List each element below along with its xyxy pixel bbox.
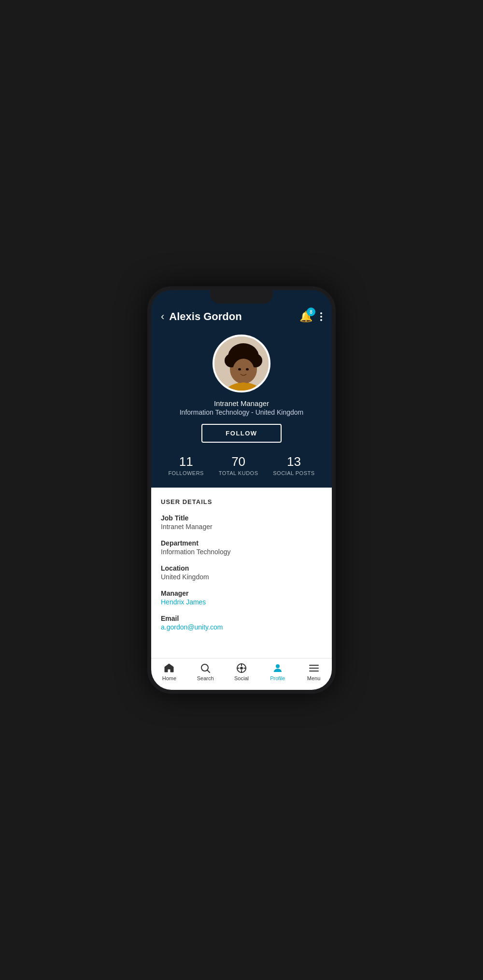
detail-label-department: Department xyxy=(161,539,322,547)
details-section-title: USER DETAILS xyxy=(161,498,322,505)
search-icon xyxy=(199,662,211,674)
more-dot-3 xyxy=(320,319,322,321)
stat-followers: 11 FOLLOWERS xyxy=(168,454,204,476)
detail-label-manager: Manager xyxy=(161,589,322,597)
nav-label-menu: Menu xyxy=(307,675,321,681)
profile-job-title: Intranet Manager xyxy=(214,399,269,407)
followers-label: FOLLOWERS xyxy=(168,470,204,476)
header-left: ‹ Alexis Gordon xyxy=(161,310,242,323)
nav-label-search: Search xyxy=(197,675,214,681)
nav-label-profile: Profile xyxy=(270,675,285,681)
kudos-label: Total Kudos xyxy=(219,470,258,476)
svg-point-17 xyxy=(276,664,280,668)
nav-item-home[interactable]: Home xyxy=(157,662,181,681)
details-section: USER DETAILS Job Title Intranet Manager … xyxy=(151,488,332,658)
stat-kudos: 70 Total Kudos xyxy=(219,454,258,476)
header-right: 🔔 8 xyxy=(299,310,322,323)
followers-count: 11 xyxy=(179,454,193,469)
avatar xyxy=(213,335,270,392)
svg-point-12 xyxy=(246,368,249,371)
detail-email: Email a.gordon@unity.com xyxy=(161,615,322,631)
nav-item-profile[interactable]: Profile xyxy=(266,662,290,681)
posts-count: 13 xyxy=(287,454,301,469)
nav-item-search[interactable]: Search xyxy=(193,662,217,681)
notification-bell[interactable]: 🔔 8 xyxy=(299,310,313,323)
phone-notch xyxy=(210,290,273,304)
detail-value-department: Information Technology xyxy=(161,548,322,556)
follow-button[interactable]: FOLLOW xyxy=(201,424,281,443)
stats-row: 11 FOLLOWERS 70 Total Kudos 13 Social Po… xyxy=(161,452,322,476)
svg-point-16 xyxy=(240,667,243,670)
more-menu-button[interactable] xyxy=(320,312,322,321)
detail-job-title: Job Title Intranet Manager xyxy=(161,514,322,531)
detail-location: Location United Kingdom xyxy=(161,564,322,581)
detail-manager: Manager Hendrix James xyxy=(161,589,322,606)
profile-section: Intranet Manager Information Technology … xyxy=(151,330,332,488)
detail-label-email: Email xyxy=(161,615,322,622)
profile-dept-location: Information Technology - United Kingdom xyxy=(180,408,304,416)
page-title: Alexis Gordon xyxy=(169,310,242,323)
kudos-count: 70 xyxy=(231,454,245,469)
detail-value-manager[interactable]: Hendrix James xyxy=(161,598,322,606)
svg-point-11 xyxy=(238,368,241,371)
nav-item-social[interactable]: Social xyxy=(229,662,254,681)
svg-line-14 xyxy=(208,671,210,673)
detail-label-location: Location xyxy=(161,564,322,572)
nav-label-social: Social xyxy=(234,675,249,681)
nav-item-menu[interactable]: Menu xyxy=(302,662,326,681)
detail-department: Department Information Technology xyxy=(161,539,322,556)
home-icon xyxy=(163,662,175,674)
phone-frame: ‹ Alexis Gordon 🔔 8 xyxy=(147,286,336,694)
nav-label-home: Home xyxy=(162,675,176,681)
social-icon xyxy=(236,662,247,674)
notification-badge: 8 xyxy=(307,308,315,316)
detail-value-email[interactable]: a.gordon@unity.com xyxy=(161,623,322,631)
more-dot-1 xyxy=(320,312,322,314)
back-button[interactable]: ‹ xyxy=(161,311,164,322)
detail-value-job-title: Intranet Manager xyxy=(161,523,322,531)
bottom-nav: Home Search Social xyxy=(151,658,332,690)
avatar-svg xyxy=(214,336,270,392)
svg-point-10 xyxy=(233,359,254,382)
svg-point-9 xyxy=(237,344,250,358)
posts-label: Social Posts xyxy=(273,470,314,476)
profile-icon xyxy=(272,662,284,674)
phone-screen: ‹ Alexis Gordon 🔔 8 xyxy=(151,290,332,690)
more-dot-2 xyxy=(320,316,322,318)
detail-value-location: United Kingdom xyxy=(161,573,322,581)
menu-icon xyxy=(308,662,320,674)
detail-label-job-title: Job Title xyxy=(161,514,322,522)
stat-posts: 13 Social Posts xyxy=(273,454,314,476)
